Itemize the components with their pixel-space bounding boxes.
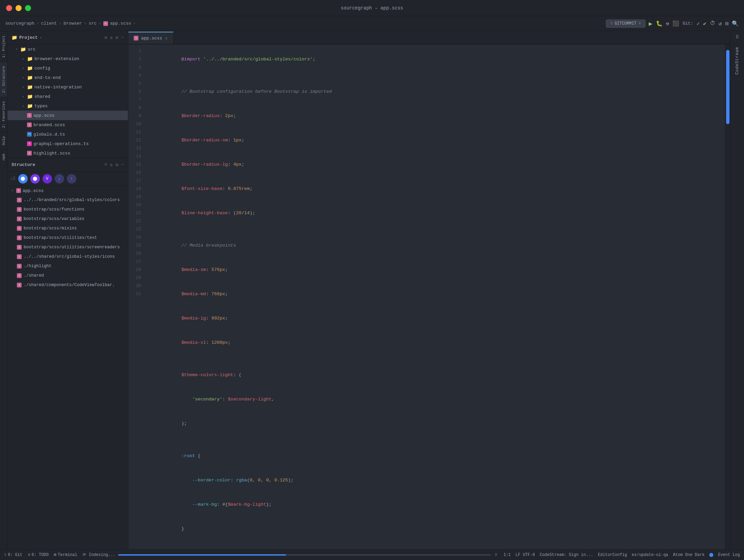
- progress-pause-icon[interactable]: ⏸: [494, 552, 498, 557]
- close-button[interactable]: [6, 5, 12, 11]
- check2-icon[interactable]: ✔: [703, 20, 707, 27]
- collapse-icon[interactable]: ⇅: [110, 35, 113, 40]
- tree-item-browser-extension[interactable]: ▸ 📁 browser-extension: [7, 54, 128, 63]
- tab-close-icon[interactable]: ✕: [165, 35, 167, 41]
- project-chevron-icon[interactable]: ▾: [40, 36, 42, 40]
- close-structure-icon[interactable]: −: [121, 162, 124, 168]
- structure-item[interactable]: S ../../branded/src/global-styles/colors: [7, 195, 128, 205]
- status-branch[interactable]: es/update-ui-qa: [632, 553, 668, 557]
- tree-item-graphql[interactable]: G graphql-operations.ts: [7, 139, 128, 148]
- settings-icon[interactable]: ⚙: [115, 162, 118, 168]
- breadcrumb-sep: ›: [59, 21, 61, 26]
- tree-item-config[interactable]: ▸ 📁 config: [7, 63, 128, 73]
- close-panel-icon[interactable]: −: [121, 35, 124, 40]
- search-icon[interactable]: 🔍: [732, 20, 739, 27]
- structure-item[interactable]: S bootstrap/scss/functions: [7, 205, 128, 214]
- sass-icon: S: [27, 151, 32, 156]
- run-icon[interactable]: ▶: [649, 20, 653, 27]
- breadcrumb-sep: ›: [133, 21, 136, 26]
- filter-icon[interactable]: ⇅: [110, 162, 113, 168]
- sort-icon[interactable]: ≡: [104, 162, 107, 168]
- sass-icon: S: [17, 245, 22, 250]
- structure-item[interactable]: S ../../shared/src/global-styles/icons: [7, 252, 128, 261]
- struct-btn-4[interactable]: ↓: [55, 174, 64, 184]
- side-tab-project[interactable]: 1: Project: [0, 31, 7, 62]
- tree-item-shared[interactable]: ▸ 📁 shared: [7, 92, 128, 101]
- progress-bar: [118, 554, 491, 556]
- status-editorconfig[interactable]: EditorConfig: [598, 553, 627, 557]
- maximize-button[interactable]: [25, 5, 31, 11]
- structure-item[interactable]: S bootstrap/scss/utilities/text: [7, 233, 128, 243]
- editor-tab-app-scss[interactable]: S app.scss ✕: [128, 32, 174, 44]
- breadcrumb-item[interactable]: browser: [63, 21, 82, 26]
- sass-icon: S: [17, 273, 22, 278]
- indexing-spinner-icon: ⟳: [83, 552, 86, 557]
- struct-btn-2[interactable]: ⬤: [30, 174, 40, 184]
- editor-tab-bar: S app.scss ✕: [128, 31, 730, 45]
- structure-panel-header: Structure ≡ ⇅ ⚙ −: [7, 158, 128, 172]
- split-icon[interactable]: ⊟: [725, 20, 728, 27]
- progress-bar-fill: [118, 554, 286, 556]
- side-tab-npm[interactable]: npm: [0, 149, 7, 165]
- tree-item-globals-dts[interactable]: TS globals.d.ts: [7, 130, 128, 139]
- tree-item-highlight-scss[interactable]: S highlight.scss: [7, 148, 128, 158]
- breadcrumb-item[interactable]: src: [89, 21, 97, 26]
- ts-icon: TS: [27, 132, 32, 137]
- status-git[interactable]: ⑊ 9: Git: [4, 553, 22, 557]
- breadcrumb-item[interactable]: sourcegraph: [5, 21, 34, 26]
- structure-item-label: bootstrap/scss/utilities/text: [24, 235, 97, 240]
- status-theme[interactable]: Atom One Dark: [673, 553, 705, 557]
- struct-btn-3[interactable]: V: [43, 174, 52, 184]
- minimize-button[interactable]: [16, 5, 22, 11]
- tree-item-branded-scss[interactable]: S branded.scss: [7, 120, 128, 130]
- editor-scrollbar[interactable]: [725, 45, 730, 549]
- file-tree: ▾ 📁 src ▸ 📁 browser-extension ▸ 📁 config: [7, 45, 128, 158]
- status-encoding[interactable]: LF UTF-8: [515, 553, 535, 557]
- code-line-18: );: [149, 412, 725, 436]
- check-icon[interactable]: ✓: [696, 20, 700, 27]
- add-icon[interactable]: ⊕: [104, 35, 107, 40]
- structure-item[interactable]: S ./shared/components/CodeViewToolbar.: [7, 280, 128, 290]
- sort-alpha-icon[interactable]: ↕Z: [10, 176, 16, 181]
- breadcrumb-file[interactable]: app.scss: [110, 21, 131, 26]
- bug-icon[interactable]: 🐛: [656, 20, 663, 27]
- status-codestream[interactable]: CodeStream: Sign in...: [540, 553, 593, 557]
- struct-btn-5[interactable]: ↑: [67, 174, 76, 184]
- window-controls[interactable]: [6, 5, 31, 11]
- structure-item[interactable]: S bootstrap/scss/mixins: [7, 224, 128, 233]
- status-position[interactable]: 1:1: [503, 553, 511, 557]
- pause-icon[interactable]: ⏸: [735, 34, 740, 40]
- structure-item[interactable]: S bootstrap/scss/variables: [7, 214, 128, 224]
- structure-item[interactable]: S bootstrap/scss/utilities/screenreaders: [7, 243, 128, 252]
- structure-toolbar: ↕Z ⬤ ⬤ V ↓ ↑: [7, 172, 128, 186]
- revert-icon[interactable]: ↺: [719, 20, 722, 27]
- settings-icon[interactable]: ⚙: [115, 35, 118, 40]
- code-line-20: :root {: [149, 444, 725, 468]
- struct-btn-1[interactable]: ⬤: [18, 174, 28, 184]
- status-terminal[interactable]: ⊞ Terminal: [54, 552, 77, 557]
- tree-item-src[interactable]: ▾ 📁 src: [7, 45, 128, 54]
- scrollbar-thumb[interactable]: [726, 50, 729, 124]
- tree-item-label: graphql-operations.ts: [33, 141, 89, 146]
- history-icon[interactable]: ⏱: [710, 20, 715, 27]
- status-bar: ⑊ 9: Git ≡ 6: TODO ⊞ Terminal ⟳ Indexing…: [0, 549, 744, 560]
- stop-icon[interactable]: ⬛: [672, 20, 679, 27]
- tree-item-app-scss[interactable]: S app.scss: [7, 111, 128, 120]
- structure-item[interactable]: S ./shared: [7, 271, 128, 280]
- gitcommit-button[interactable]: ⑊ GITCOMMIT ▼: [606, 20, 645, 28]
- tree-item-types[interactable]: ▸ 📁 types: [7, 101, 128, 111]
- tree-item-native-integration[interactable]: ▸ 📁 native-integration: [7, 82, 128, 92]
- tree-item-end-to-end[interactable]: ▸ 📁 end-to-end: [7, 73, 128, 82]
- status-todo[interactable]: ≡ 6: TODO: [28, 553, 49, 557]
- code-line-2: [149, 72, 725, 80]
- breadcrumb-item[interactable]: client: [41, 21, 57, 26]
- side-tab-favorites[interactable]: 2: Favorites: [0, 97, 7, 132]
- project-panel-header: 📁 Project ▾ ⊕ ⇅ ⚙ −: [7, 31, 128, 45]
- status-event-log[interactable]: Event Log: [718, 553, 740, 557]
- side-tab-gulp[interactable]: Gulp: [0, 132, 7, 149]
- tools-icon[interactable]: ⚒: [666, 20, 669, 27]
- structure-root[interactable]: ▾ S app.scss: [7, 186, 128, 195]
- structure-item[interactable]: S ./highlight: [7, 261, 128, 271]
- side-tab-structure[interactable]: 2: Structure: [0, 62, 7, 97]
- sass-icon: S: [27, 122, 32, 127]
